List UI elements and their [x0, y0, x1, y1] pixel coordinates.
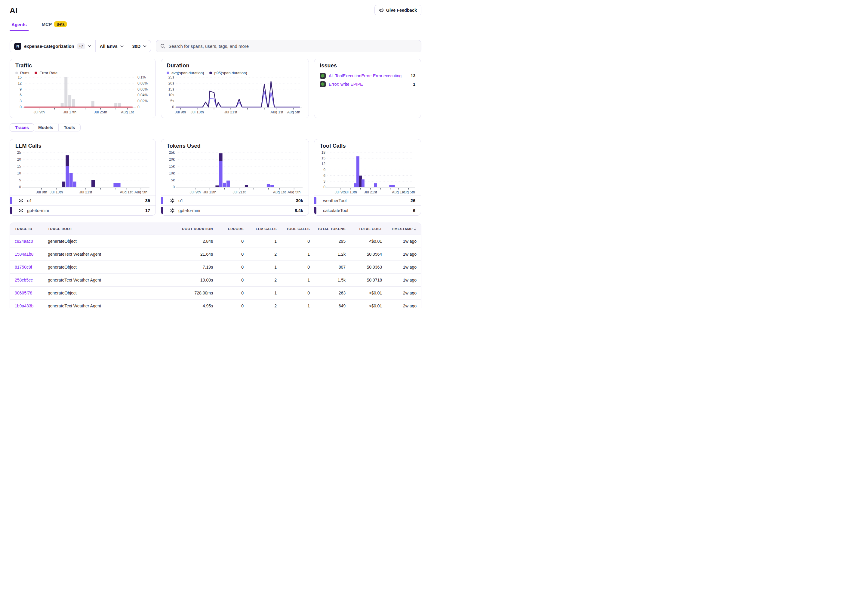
trace-id-link[interactable]: 90605f78 [15, 291, 48, 295]
nodejs-icon [320, 81, 326, 87]
timestamp-value: 2w ago [403, 291, 416, 296]
tab-traces[interactable]: Traces [9, 123, 34, 132]
trace-id-link[interactable]: 81750c8f [15, 265, 48, 269]
svg-text:Aug 1st: Aug 1st [120, 190, 133, 194]
svg-text:15: 15 [17, 164, 21, 168]
table-header-row: TRACE ID TRACE ROOT ROOT DURATION ERRORS… [10, 223, 421, 235]
daterange-filter-dropdown[interactable]: 30D [128, 40, 151, 52]
svg-text:15k: 15k [169, 164, 175, 168]
trace-id-link[interactable]: 1584a1b8 [15, 252, 48, 256]
table-row[interactable]: 258cb5cc generateText Weather Agent 19.0… [10, 274, 421, 287]
tool-calls-card: Tool Calls 0369121518Jul 9thJul 13thJul … [314, 139, 421, 216]
runs-dot-icon [15, 72, 18, 74]
timestamp-value: 1w ago [403, 252, 416, 257]
tool-calls-chart: 0369121518Jul 9thJul 13thJul 21stAug 1st… [320, 151, 416, 194]
svg-text:Aug 1st: Aug 1st [270, 110, 283, 114]
section-tab-group: Models Tools [33, 124, 81, 132]
project-filter-label: expense-categorization [24, 44, 74, 49]
model-summary-row[interactable]: gpt-4o-mini 17 [10, 206, 155, 215]
svg-text:15: 15 [322, 156, 326, 160]
svg-text:0.08%: 0.08% [137, 81, 148, 85]
svg-text:Jul 9th: Jul 9th [190, 190, 201, 194]
svg-text:Jul 17th: Jul 17th [63, 110, 76, 114]
traces-table: TRACE ID TRACE ROOT ROOT DURATION ERRORS… [9, 223, 421, 308]
col-trace-id: TRACE ID [15, 227, 48, 231]
svg-text:6: 6 [20, 93, 22, 97]
svg-text:0.1%: 0.1% [137, 76, 146, 79]
tab-models[interactable]: Models [33, 124, 58, 131]
series-color-bar [314, 207, 316, 214]
svg-text:0: 0 [173, 185, 175, 189]
llm-calls-chart: 0510152025Jul 9thJul 13thJul 21stAug 1st… [15, 151, 151, 194]
nodejs-icon [320, 73, 326, 79]
beta-badge: Beta [54, 21, 67, 27]
svg-text:5: 5 [19, 178, 21, 182]
project-filter-dropdown[interactable]: N expense-categorization +7 [10, 40, 95, 52]
timestamp-value: 2w ago [403, 303, 416, 308]
series-color-bar [161, 207, 163, 214]
search-input[interactable] [168, 44, 417, 49]
issues-list: AI_ToolExecutionError: Error executing t… [320, 72, 415, 88]
tool-summary-row[interactable]: weatherTool 26 [314, 195, 421, 206]
svg-text:Aug 5th: Aug 5th [287, 190, 300, 194]
model-name: o1 [27, 198, 32, 203]
timestamp-sort-button[interactable]: TIMESTAMP [382, 227, 416, 231]
col-tool-calls: TOOL CALLS [277, 227, 310, 231]
table-row[interactable]: 81750c8f generateObject 7.19s 0 1 0 807 … [10, 261, 421, 274]
trace-id-link[interactable]: 1b9a433b [15, 303, 48, 308]
legend-error-rate: Error Rate [35, 71, 57, 75]
traffic-card: Traffic Runs Error Rate 0369121500.02%0.… [9, 59, 156, 118]
model-name: gpt-4o-mini [27, 208, 49, 213]
tab-tools[interactable]: Tools [58, 124, 80, 131]
svg-text:20k: 20k [169, 157, 175, 162]
issue-row: AI_ToolExecutionError: Error executing t… [320, 72, 415, 80]
trace-id-link[interactable]: 258cb5cc [15, 278, 48, 283]
table-row[interactable]: 90605f78 generateObject 728.00ms 0 1 0 2… [10, 287, 421, 300]
ai-dashboard-page: AI Give Feedback Agents MCP Beta N expen… [0, 0, 431, 308]
daterange-filter-label: 30D [132, 44, 141, 49]
chevron-down-icon [143, 45, 146, 47]
svg-text:20: 20 [17, 157, 21, 162]
model-summary-row[interactable]: o1 35 [10, 195, 155, 206]
llm-calls-title: LLM Calls [15, 143, 150, 149]
page-title: AI [9, 0, 421, 15]
filter-control: N expense-categorization +7 All Envs 30D [9, 40, 151, 52]
legend-avg-duration: avg(span.duration) [166, 71, 204, 75]
issue-count: 1 [413, 82, 415, 86]
svg-text:0: 0 [172, 105, 174, 109]
svg-text:18: 18 [322, 151, 326, 155]
give-feedback-button[interactable]: Give Feedback [374, 5, 421, 15]
trace-id-link[interactable]: c824aac0 [15, 239, 48, 244]
svg-text:Jul 13th: Jul 13th [50, 190, 63, 194]
model-summary-row[interactable]: o1 30k [161, 195, 309, 206]
sort-desc-icon [414, 227, 416, 231]
tab-mcp[interactable]: MCP Beta [40, 20, 69, 31]
model-name: o1 [178, 198, 183, 203]
svg-text:0: 0 [19, 185, 21, 189]
env-filter-dropdown[interactable]: All Envs [95, 40, 128, 52]
model-value: 8.4k [295, 208, 303, 213]
traffic-chart: 0369121500.02%0.04%0.06%0.08%0.1%Jul 9th… [15, 76, 151, 114]
traffic-legend: Runs Error Rate [15, 71, 150, 75]
duration-legend: avg(span.duration) p95(span.duration) [166, 71, 303, 75]
svg-text:0.02%: 0.02% [137, 99, 148, 103]
tool-summary-row[interactable]: calculateTool 6 [314, 206, 421, 215]
issue-count: 13 [411, 73, 415, 78]
svg-text:Jul 9th: Jul 9th [36, 190, 47, 194]
table-row[interactable]: c824aac0 generateObject 2.84s 0 1 0 295 … [10, 235, 421, 248]
issue-link[interactable]: AI_ToolExecutionError: Error executing t… [329, 73, 408, 78]
svg-text:9: 9 [323, 168, 325, 172]
openai-icon [19, 198, 24, 203]
svg-text:Jul 21st: Jul 21st [79, 190, 92, 194]
svg-text:Aug 1st: Aug 1st [273, 190, 286, 194]
model-name: gpt-4o-mini [178, 208, 200, 213]
model-summary-row[interactable]: gpt-4o-mini 8.4k [161, 206, 309, 215]
tab-agents[interactable]: Agents [9, 20, 28, 31]
issue-link[interactable]: Error: write EPIPE [329, 82, 410, 86]
table-row[interactable]: 1b9a433b generateText Weather Agent 4.95… [10, 300, 421, 308]
issues-title: Issues [320, 63, 415, 69]
svg-text:Jul 9th: Jul 9th [34, 110, 45, 114]
env-filter-label: All Envs [100, 44, 118, 49]
svg-text:15s: 15s [168, 87, 174, 91]
table-row[interactable]: 1584a1b8 generateText Weather Agent 21.6… [10, 248, 421, 261]
